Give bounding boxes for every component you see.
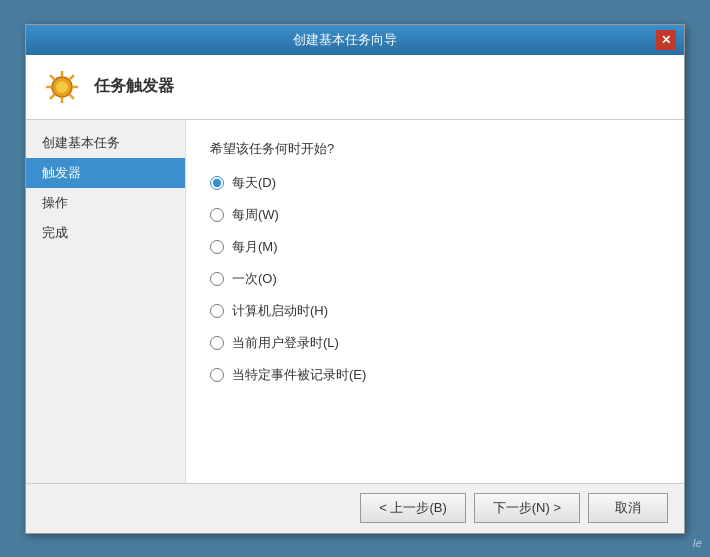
svg-point-1 <box>56 81 68 93</box>
radio-label-event: 当特定事件被记录时(E) <box>232 366 366 384</box>
close-button[interactable]: ✕ <box>656 30 676 50</box>
radio-item-weekly[interactable]: 每周(W) <box>210 206 660 224</box>
svg-line-6 <box>50 75 54 79</box>
header-title: 任务触发器 <box>94 76 174 97</box>
footer: < 上一步(B) 下一步(N) > 取消 <box>26 483 684 533</box>
radio-item-logon[interactable]: 当前用户登录时(L) <box>210 334 660 352</box>
radio-item-monthly[interactable]: 每月(M) <box>210 238 660 256</box>
svg-line-7 <box>70 94 74 98</box>
radio-daily[interactable] <box>210 176 224 190</box>
radio-monthly[interactable] <box>210 240 224 254</box>
radio-once[interactable] <box>210 272 224 286</box>
radio-label-daily: 每天(D) <box>232 174 276 192</box>
radio-item-once[interactable]: 一次(O) <box>210 270 660 288</box>
radio-logon[interactable] <box>210 336 224 350</box>
cancel-button[interactable]: 取消 <box>588 493 668 523</box>
radio-label-monthly: 每月(M) <box>232 238 278 256</box>
radio-event[interactable] <box>210 368 224 382</box>
sidebar: 创建基本任务 触发器 操作 完成 <box>26 120 186 483</box>
sidebar-item-create-basic-task[interactable]: 创建基本任务 <box>26 128 185 158</box>
content-area: 创建基本任务 触发器 操作 完成 希望该任务何时开始? 每天(D) 每周(W) <box>26 120 684 483</box>
sidebar-item-action[interactable]: 操作 <box>26 188 185 218</box>
main-content: 希望该任务何时开始? 每天(D) 每周(W) 每月(M) <box>186 120 684 483</box>
sidebar-item-finish[interactable]: 完成 <box>26 218 185 248</box>
radio-weekly[interactable] <box>210 208 224 222</box>
radio-startup[interactable] <box>210 304 224 318</box>
back-button[interactable]: < 上一步(B) <box>360 493 466 523</box>
svg-line-8 <box>70 75 74 79</box>
radio-item-event[interactable]: 当特定事件被记录时(E) <box>210 366 660 384</box>
radio-label-startup: 计算机启动时(H) <box>232 302 328 320</box>
main-dialog: 创建基本任务向导 ✕ <box>25 24 685 534</box>
watermark-text: Ie <box>693 537 702 549</box>
radio-label-logon: 当前用户登录时(L) <box>232 334 339 352</box>
dialog-title: 创建基本任务向导 <box>34 31 656 49</box>
svg-line-9 <box>50 94 54 98</box>
radio-group: 每天(D) 每周(W) 每月(M) 一次(O) <box>210 174 660 384</box>
dialog-body: 任务触发器 创建基本任务 触发器 操作 完成 希望该任务何时开始? 每天(D) <box>26 55 684 533</box>
task-icon <box>42 67 82 107</box>
radio-label-weekly: 每周(W) <box>232 206 279 224</box>
title-bar: 创建基本任务向导 ✕ <box>26 25 684 55</box>
sidebar-item-trigger[interactable]: 触发器 <box>26 158 185 188</box>
next-button[interactable]: 下一步(N) > <box>474 493 580 523</box>
header-section: 任务触发器 <box>26 55 684 120</box>
radio-item-startup[interactable]: 计算机启动时(H) <box>210 302 660 320</box>
radio-label-once: 一次(O) <box>232 270 277 288</box>
radio-item-daily[interactable]: 每天(D) <box>210 174 660 192</box>
question-label: 希望该任务何时开始? <box>210 140 660 158</box>
